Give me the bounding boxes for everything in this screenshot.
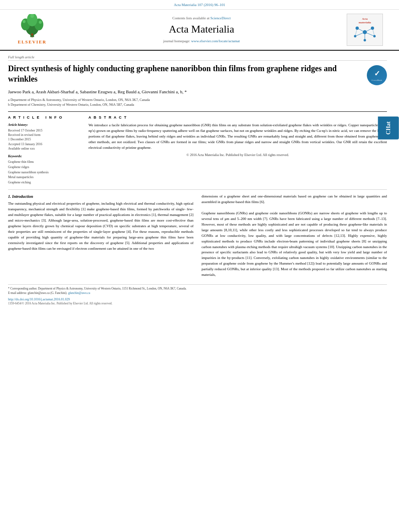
journal-issue: Acta Materialia 107 (2016) 96–101 bbox=[174, 3, 225, 7]
acta-logo-icon: Acta materialia bbox=[347, 14, 383, 45]
intro-text-col1: The outstanding physical and electrical … bbox=[8, 201, 193, 251]
svg-point-6 bbox=[39, 21, 42, 24]
received-revised-label: Received in revised form bbox=[8, 133, 80, 137]
doi-link[interactable]: http://dx.doi.org/10.1016/j.actamat.2016… bbox=[8, 298, 70, 301]
affiliations: a Department of Physics & Astronomy, Uni… bbox=[8, 97, 387, 108]
footnote-area: * Corresponding author. Department of Ph… bbox=[8, 284, 387, 306]
info-abstract-row: A R T I C L E I N F O Article history: R… bbox=[8, 111, 387, 185]
email-link[interactable]: gfanchin@uwo.ca bbox=[68, 291, 90, 295]
journal-header-center: Contents lists available at ScienceDirec… bbox=[56, 16, 347, 44]
article-history: Article history: Received 17 October 201… bbox=[8, 123, 80, 151]
sciencedirect-link[interactable]: ScienceDirect bbox=[210, 16, 230, 20]
svg-point-5 bbox=[23, 20, 25, 23]
authors: Jaewoo Park a, Arash Akbari-Sharbaf a, S… bbox=[8, 88, 387, 95]
main-content: Full length article Direct synthesis of … bbox=[0, 51, 399, 306]
keyword-5: Graphene etching bbox=[8, 180, 80, 185]
received-date: Received 17 October 2015 bbox=[8, 128, 80, 133]
svg-text:Acta: Acta bbox=[362, 17, 368, 21]
homepage-link[interactable]: www.elsevier.com/locate/actamat bbox=[191, 39, 240, 43]
page: CHat Acta Materialia 107 (2016) 96–101 bbox=[0, 0, 399, 532]
corresponding-footnote: * Corresponding author. Department of Ph… bbox=[8, 286, 387, 291]
acta-logo-area: Acta materialia bbox=[347, 14, 387, 46]
affiliation-b: b Department of Chemistry, University of… bbox=[8, 102, 387, 107]
crossmark-icon: ✓ CrossMark bbox=[367, 65, 387, 85]
abstract-col: A B S T R A C T We introduce a facile fa… bbox=[88, 115, 387, 185]
keywords-section: Keywords: Graphene thin films Graphene r… bbox=[8, 154, 80, 185]
crossmark-badge: ✓ CrossMark bbox=[367, 65, 387, 85]
article-type: Full length article bbox=[8, 55, 387, 61]
keyword-1: Graphene thin films bbox=[8, 160, 80, 165]
elsevier-label: ELSEVIER bbox=[18, 39, 47, 45]
svg-point-8 bbox=[31, 33, 33, 36]
article-info-header: A R T I C L E I N F O bbox=[8, 115, 80, 120]
intro-title: 1. Introduction bbox=[8, 194, 193, 199]
accepted-date: Accepted 13 January 2016 bbox=[8, 142, 80, 146]
svg-point-7 bbox=[30, 14, 34, 18]
abstract-header: A B S T R A C T bbox=[88, 115, 387, 120]
issn-line: 1359-6454/© 2016 Acta Materialia Inc. Pu… bbox=[8, 302, 387, 306]
keyword-3: Graphene nanoribbon synthesis bbox=[8, 170, 80, 175]
email-footnote: E-mail address: gfanchin@uwo.ca (G. Fanc… bbox=[8, 291, 387, 295]
elsevier-logo-area: ELSEVIER bbox=[8, 14, 56, 45]
chat-button[interactable]: CHat bbox=[378, 117, 399, 140]
article-info-col: A R T I C L E I N F O Article history: R… bbox=[8, 115, 80, 185]
journal-header: ELSEVIER Contents lists available at Sci… bbox=[0, 10, 399, 51]
available-online: Available online xxx bbox=[8, 146, 80, 151]
elsevier-tree-icon bbox=[16, 14, 48, 38]
article-title-row: Direct synthesis of highly conducting gr… bbox=[8, 63, 387, 85]
section-divider bbox=[8, 189, 387, 190]
body-col-left: 1. Introduction The outstanding physical… bbox=[8, 194, 193, 280]
abstract-text: We introduce a facile fabrication proces… bbox=[88, 123, 387, 151]
acta-logo-box: Acta materialia bbox=[347, 14, 383, 46]
journal-homepage: journal homepage: www.elsevier.com/locat… bbox=[56, 39, 347, 44]
body-col-right: dimensions of a graphene sheet and one-d… bbox=[202, 194, 387, 280]
contents-line: Contents lists available at ScienceDirec… bbox=[56, 16, 347, 21]
svg-text:materialia: materialia bbox=[359, 21, 371, 24]
article-title: Direct synthesis of highly conducting gr… bbox=[8, 63, 363, 84]
body-content: 1. Introduction The outstanding physical… bbox=[8, 194, 387, 280]
abstract-copyright: © 2016 Acta Materialia Inc. Published by… bbox=[88, 153, 387, 158]
top-bar: Acta Materialia 107 (2016) 96–101 bbox=[0, 0, 399, 10]
keyword-2: Graphene ridges bbox=[8, 165, 80, 170]
journal-title: Acta Materialia bbox=[56, 22, 347, 37]
intro-text-col2: dimensions of a graphene sheet and one-d… bbox=[202, 194, 387, 278]
keyword-4: Metal nanoparticles bbox=[8, 175, 80, 180]
received-revised-date: 1 December 2015 bbox=[8, 137, 80, 142]
affiliation-a: a Department of Physics & Astronomy, Uni… bbox=[8, 97, 387, 103]
doi-line: http://dx.doi.org/10.1016/j.actamat.2016… bbox=[8, 297, 387, 302]
